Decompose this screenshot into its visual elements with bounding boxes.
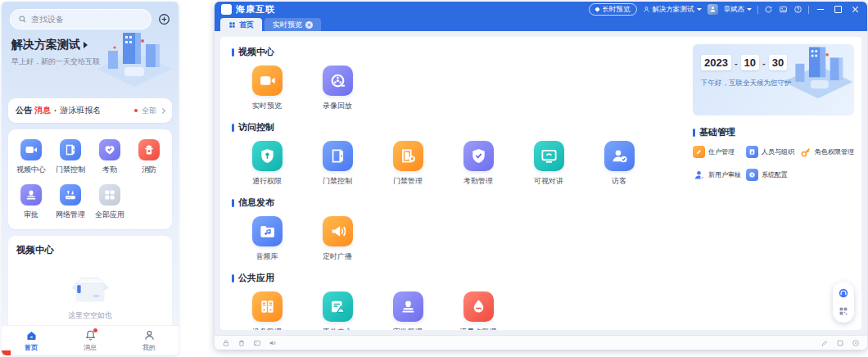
hero-banner: 解决方案测试 早上好，新的一天交给互联: [2, 31, 179, 90]
caret-down-icon: [697, 8, 702, 11]
app-sim-card-management[interactable]: 流量卡管理: [443, 291, 513, 330]
service-icon[interactable]: [838, 287, 849, 299]
section-title: 信息发布: [238, 197, 274, 209]
solution-title: 解决方案测试: [11, 38, 80, 52]
app-attendance-management[interactable]: 考勤管理: [443, 141, 513, 187]
window-icon[interactable]: [836, 339, 844, 347]
maximize-button[interactable]: [832, 4, 843, 16]
app-live-preview[interactable]: 实时预览: [232, 66, 302, 111]
basic-item-role-permissions[interactable]: 角色权限管理: [799, 146, 854, 158]
section-title: 公共应用: [238, 272, 274, 284]
pen-icon[interactable]: [821, 339, 829, 347]
avatar[interactable]: [708, 4, 718, 15]
app-video-intercom[interactable]: 可视对讲: [513, 141, 584, 187]
film-reel-icon: [323, 66, 353, 96]
long-preview-button[interactable]: 长时预览: [589, 3, 637, 16]
close-tab-icon[interactable]: [305, 21, 313, 29]
video-camera-icon: [252, 66, 283, 96]
minimize-button[interactable]: [815, 4, 826, 16]
solution-selector[interactable]: 解决方案测试: [643, 5, 702, 15]
app-audio-library[interactable]: 音频库: [232, 216, 302, 262]
screenshot-canvas: 查找设备 解决方案测试 早上好，新的一天交给互联 公告 消: [0, 0, 868, 357]
heart-check-icon: [99, 139, 120, 160]
app-device-management[interactable]: 设备管理: [232, 291, 302, 330]
section-bar: [232, 274, 234, 282]
video-camera-icon: [20, 139, 42, 160]
section-bar: [232, 199, 234, 207]
app-attendance[interactable]: 考勤: [90, 139, 129, 175]
empty-box-illustration: [66, 269, 114, 304]
user-icon: [143, 329, 156, 341]
screen-indicator: [2, 350, 11, 355]
plus-circle-icon[interactable]: [158, 13, 170, 25]
section-info-publish: 信息发布 音频库 定时广播: [232, 197, 684, 262]
date-day: 30: [769, 55, 787, 70]
tab-live-preview[interactable]: 实时预览: [264, 18, 321, 31]
app-fire[interactable]: 消防: [129, 139, 169, 175]
app-door-control[interactable]: 门禁控制: [51, 139, 90, 175]
app-event-center[interactable]: 事件中心: [302, 291, 373, 330]
maximize-icon: [834, 6, 842, 13]
person-check-icon: [604, 141, 635, 171]
record-icon[interactable]: [852, 339, 860, 347]
announcement-all-link[interactable]: 全部: [142, 106, 156, 116]
title-bar: 海康互联 长时预览 解决方案测试 章斌杰: [215, 2, 867, 17]
basic-item-people-org[interactable]: 人员与组织: [746, 146, 794, 158]
monitor-phone-icon: [534, 141, 564, 171]
close-button[interactable]: [849, 4, 861, 16]
cabinet-icon: [252, 291, 283, 322]
app-video-center[interactable]: 视频中心: [11, 139, 51, 175]
folder-music-icon: [252, 216, 283, 246]
home-icon: [25, 329, 38, 341]
caret-down-icon: [747, 8, 752, 11]
snapshot-icon[interactable]: [253, 339, 261, 347]
screenshot-icon[interactable]: [779, 5, 788, 14]
lock-icon[interactable]: [222, 339, 230, 347]
app-door-management[interactable]: 门禁管理: [373, 141, 443, 187]
qrcode-icon[interactable]: [838, 305, 849, 317]
volume-icon[interactable]: [269, 339, 277, 347]
divider: [757, 6, 758, 14]
nav-profile[interactable]: 我的: [120, 326, 179, 355]
search-icon: [18, 15, 27, 24]
key-icon: [799, 146, 811, 158]
app-all-apps[interactable]: 全部应用: [90, 184, 129, 220]
app-scheduled-broadcast[interactable]: 定时广播: [302, 216, 373, 262]
door-gear-icon: [393, 141, 423, 171]
section-title: 访问控制: [238, 121, 274, 133]
video-center-card: 视频中心 这里空空如也: [8, 236, 172, 336]
announcement-text: 游泳班报名: [60, 105, 101, 116]
app-approval[interactable]: 审批: [11, 184, 51, 220]
gear-icon: [746, 169, 758, 181]
user-check-icon: [693, 169, 705, 181]
app-visitor[interactable]: 访客: [584, 141, 654, 187]
user-menu[interactable]: 章斌杰: [724, 5, 753, 15]
nav-messages[interactable]: 消息: [61, 326, 120, 355]
date-display: 2023 - 10 - 30: [701, 55, 846, 70]
section-basic-management: 基础管理: [693, 126, 854, 138]
search-placeholder: 查找设备: [31, 14, 64, 25]
app-approval-management[interactable]: 审批管理: [373, 291, 443, 330]
contact-book-icon: [746, 146, 758, 158]
chevron-right-icon: [160, 107, 165, 113]
section-access-control: 访问控制 通行权限 门禁控制 门禁管理: [232, 121, 684, 187]
help-icon[interactable]: [793, 5, 802, 14]
basic-item-resident-management[interactable]: 住户管理: [693, 146, 741, 158]
basic-item-new-user-review[interactable]: 新用户审核: [693, 169, 741, 181]
app-door-control[interactable]: 门禁控制: [302, 141, 373, 187]
app-playback[interactable]: 录像回放: [302, 66, 373, 111]
section-video-center: 视频中心 实时预览 录像回放: [232, 46, 684, 111]
app-pass-permission[interactable]: 通行权限: [232, 141, 302, 187]
app-logo: [221, 4, 232, 15]
basic-item-system-config[interactable]: 系统配置: [746, 169, 794, 181]
tab-bar: 首页 实时预览: [215, 17, 867, 31]
section-title: 基础管理: [699, 126, 735, 138]
grid-icon: [228, 21, 236, 29]
side-panel: 2023 - 10 - 30 下午好，互联全天候为您守护 基础管理 住户管: [685, 37, 861, 330]
trash-icon[interactable]: [237, 339, 246, 347]
sync-icon[interactable]: [764, 5, 773, 14]
announcement-bar[interactable]: 公告 消息 · 游泳班报名 全部: [8, 98, 172, 123]
unread-dot: [134, 109, 138, 112]
app-network[interactable]: 网络管理: [51, 184, 90, 220]
tab-home[interactable]: 首页: [220, 18, 262, 31]
